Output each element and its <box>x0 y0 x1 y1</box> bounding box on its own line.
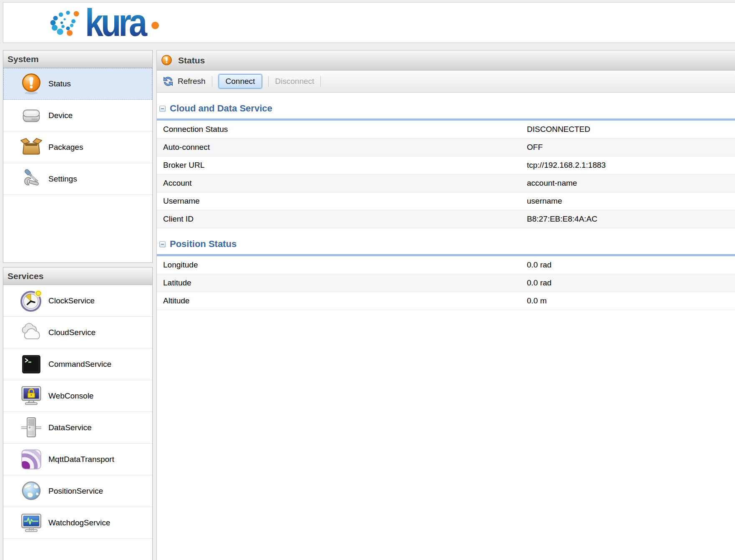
refresh-icon <box>162 76 174 87</box>
table-row: Connection Status DISCONNECTED <box>157 121 735 139</box>
row-value: DISCONNECTED <box>527 125 735 134</box>
sidebar-item-label: DataService <box>48 423 92 432</box>
sidebar-item-label: WatchdogService <box>48 518 110 527</box>
row-value: 0.0 m <box>527 296 735 305</box>
sidebar-item-cloudservice[interactable]: CloudService <box>3 317 152 348</box>
kura-logo-text: kura <box>85 5 148 41</box>
top-header: kura <box>3 2 735 43</box>
sidebar-item-label: Packages <box>48 143 83 152</box>
section-cloud-and-data-service: Cloud and Data Service Connection Status… <box>157 93 735 228</box>
sidebar-item-label: WebConsole <box>48 391 93 401</box>
status-alert-icon <box>18 71 44 97</box>
page-title: Status <box>178 55 205 66</box>
sidebar-item-commandservice[interactable]: CommandService <box>3 348 152 380</box>
section-title: Position Status <box>170 239 237 250</box>
sidebar-item-label: Device <box>48 111 73 120</box>
connect-button[interactable]: Connect <box>219 74 262 88</box>
row-label: Connection Status <box>163 125 527 134</box>
sidebar-item-label: Settings <box>48 174 77 184</box>
row-value: 0.0 rad <box>527 260 735 270</box>
sidebar-panel-services: Services ClockService CloudService <box>3 267 153 560</box>
row-label: Username <box>163 197 527 206</box>
sidebar-item-label: Status <box>48 79 71 88</box>
row-label: Account <box>163 179 527 188</box>
sidebar-item-positionservice[interactable]: PositionService <box>3 475 152 507</box>
toolbar-separator <box>268 76 269 87</box>
status-alert-icon <box>161 54 173 66</box>
toolbar: Refresh Connect Disconnect <box>157 71 735 93</box>
refresh-label: Refresh <box>178 77 206 86</box>
row-value: tcp://192.168.2.1:1883 <box>527 161 735 170</box>
sidebar-item-watchdogservice[interactable]: WatchdogService <box>3 507 152 539</box>
row-value: account-name <box>527 179 735 188</box>
panel-title-services: Services <box>8 271 43 281</box>
row-label: Longitude <box>163 260 527 270</box>
table-row: Latitude 0.0 rad <box>157 274 735 292</box>
row-label: Altitude <box>163 296 527 305</box>
clouds-icon <box>18 320 44 346</box>
table-row: Altitude 0.0 m <box>157 292 735 310</box>
sidebar-item-label: MqttDataTransport <box>48 455 114 464</box>
kura-logo: kura <box>43 5 174 41</box>
section-header: Cloud and Data Service <box>157 93 735 119</box>
page-title-bar: Status <box>157 50 735 71</box>
table-row: Client ID B8:27:EB:E8:4A:AC <box>157 210 735 228</box>
row-value: username <box>527 197 735 206</box>
sidebar-item-label: CommandService <box>48 360 111 369</box>
globe-icon <box>18 478 44 504</box>
table-row: Broker URL tcp://192.168.2.1:1883 <box>157 156 735 174</box>
row-value: B8:27:EB:E8:4A:AC <box>527 214 735 224</box>
sidebar-item-packages[interactable]: Packages <box>3 131 152 163</box>
panel-header-services: Services <box>3 267 152 285</box>
toolbar-separator <box>212 76 212 87</box>
refresh-button[interactable]: Refresh <box>162 76 206 87</box>
status-table: Connection Status DISCONNECTED Auto-conn… <box>157 121 735 228</box>
sidebar-panel-system: System Status <box>3 50 153 263</box>
sidebar-item-dataservice[interactable]: DataService <box>3 412 152 444</box>
monitor-heartbeat-icon <box>18 510 44 536</box>
tools-icon <box>18 166 44 192</box>
sidebar-item-mqttdatatransport[interactable]: MqttDataTransport <box>3 444 152 475</box>
clock-icon <box>18 288 44 314</box>
row-label: Client ID <box>163 214 527 224</box>
terminal-icon <box>18 351 44 377</box>
position-table: Longitude 0.0 rad Latitude 0.0 rad Altit… <box>157 256 735 310</box>
kura-logo-dots-icon <box>50 11 79 36</box>
package-box-icon <box>18 134 44 160</box>
sidebar-item-label: PositionService <box>48 487 103 496</box>
panel-title-system: System <box>8 54 39 64</box>
sidebar-item-settings[interactable]: Settings <box>3 163 152 195</box>
sidebar-item-label: ClockService <box>48 296 95 305</box>
table-row: Auto-connect OFF <box>157 139 735 156</box>
row-label: Latitude <box>163 278 527 288</box>
table-row: Username username <box>157 192 735 210</box>
collapse-icon[interactable] <box>159 241 166 247</box>
toolbar-separator <box>320 76 321 87</box>
panel-header-system: System <box>3 50 152 68</box>
main-content: Cloud and Data Service Connection Status… <box>157 93 735 310</box>
section-position-status: Position Status Longitude 0.0 rad Latitu… <box>157 228 735 310</box>
collapse-icon[interactable] <box>159 106 166 112</box>
sidebar-item-webconsole[interactable]: WebConsole <box>3 380 152 412</box>
disconnect-button[interactable]: Disconnect <box>275 77 314 86</box>
section-title: Cloud and Data Service <box>170 103 272 114</box>
signal-arcs-icon <box>18 446 44 472</box>
row-value: OFF <box>527 143 735 152</box>
kura-logo-a-dot-icon <box>151 22 159 29</box>
main-panel: Status Refresh Connect Disconnect <box>156 50 735 560</box>
server-tower-icon <box>18 415 44 441</box>
sidebar-item-device[interactable]: Device <box>3 100 152 131</box>
table-row: Longitude 0.0 rad <box>157 256 735 274</box>
sidebar-item-clockservice[interactable]: ClockService <box>3 285 152 317</box>
sidebar-item-label: CloudService <box>48 328 96 337</box>
row-label: Broker URL <box>163 161 527 170</box>
monitor-lock-icon <box>18 383 44 409</box>
sidebar-item-status[interactable]: Status <box>3 68 152 100</box>
section-header: Position Status <box>157 228 735 254</box>
hard-drive-icon <box>18 103 44 129</box>
row-value: 0.0 rad <box>527 278 735 288</box>
row-label: Auto-connect <box>163 143 527 152</box>
table-row: Account account-name <box>157 174 735 192</box>
